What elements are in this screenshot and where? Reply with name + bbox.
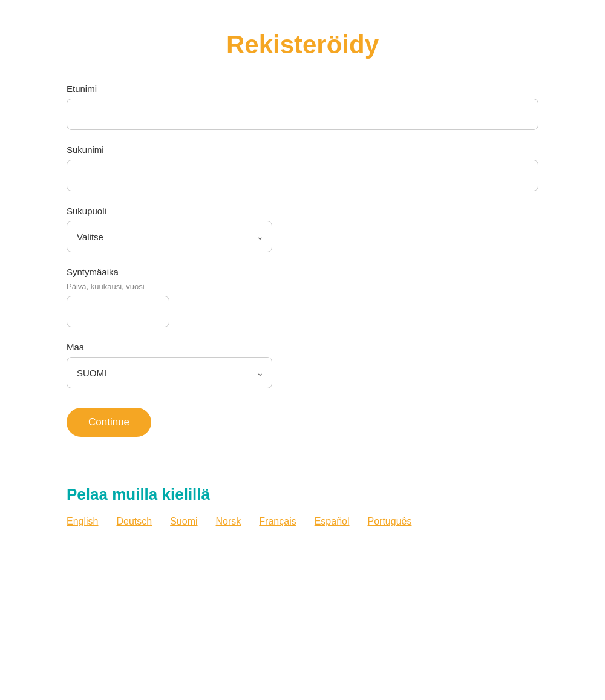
language-links-list: English Deutsch Suomi Norsk Français Esp… — [67, 516, 538, 527]
country-label: Maa — [67, 342, 538, 352]
firstname-input[interactable] — [67, 99, 538, 130]
lastname-input[interactable] — [67, 160, 538, 191]
lastname-label: Sukunimi — [67, 145, 538, 155]
country-select[interactable]: SUOMI RUOTSI NORJA TANSKA — [67, 357, 272, 388]
language-link-fr[interactable]: Français — [259, 516, 296, 527]
birthdate-label: Syntymäaika — [67, 267, 538, 277]
birthdate-input[interactable] — [67, 296, 169, 327]
other-languages-section: Pelaa muilla kielillä English Deutsch Su… — [67, 485, 538, 527]
language-link-pt[interactable]: Português — [368, 516, 412, 527]
page-title: Rekisteröidy — [67, 30, 538, 59]
language-link-fi[interactable]: Suomi — [170, 516, 197, 527]
birthdate-group: Syntymäaika Päivä, kuukausi, vuosi — [67, 267, 538, 327]
language-link-en[interactable]: English — [67, 516, 98, 527]
language-link-es[interactable]: Español — [315, 516, 350, 527]
gender-select[interactable]: Valitse Mies Nainen Muu — [67, 221, 272, 252]
gender-label: Sukupuoli — [67, 206, 538, 216]
other-languages-title: Pelaa muilla kielillä — [67, 485, 538, 504]
lastname-group: Sukunimi — [67, 145, 538, 191]
gender-select-wrapper: Valitse Mies Nainen Muu ⌄ — [67, 221, 272, 252]
continue-button[interactable]: Continue — [67, 408, 151, 437]
language-link-no[interactable]: Norsk — [216, 516, 241, 527]
birthdate-hint: Päivä, kuukausi, vuosi — [67, 282, 538, 291]
country-group: Maa SUOMI RUOTSI NORJA TANSKA ⌄ — [67, 342, 538, 388]
gender-group: Sukupuoli Valitse Mies Nainen Muu ⌄ — [67, 206, 538, 252]
firstname-group: Etunimi — [67, 83, 538, 130]
page-container: Rekisteröidy Etunimi Sukunimi Sukupuoli … — [30, 0, 575, 551]
country-select-wrapper: SUOMI RUOTSI NORJA TANSKA ⌄ — [67, 357, 272, 388]
registration-form: Etunimi Sukunimi Sukupuoli Valitse Mies … — [67, 83, 538, 473]
firstname-label: Etunimi — [67, 83, 538, 94]
language-link-de[interactable]: Deutsch — [116, 516, 152, 527]
